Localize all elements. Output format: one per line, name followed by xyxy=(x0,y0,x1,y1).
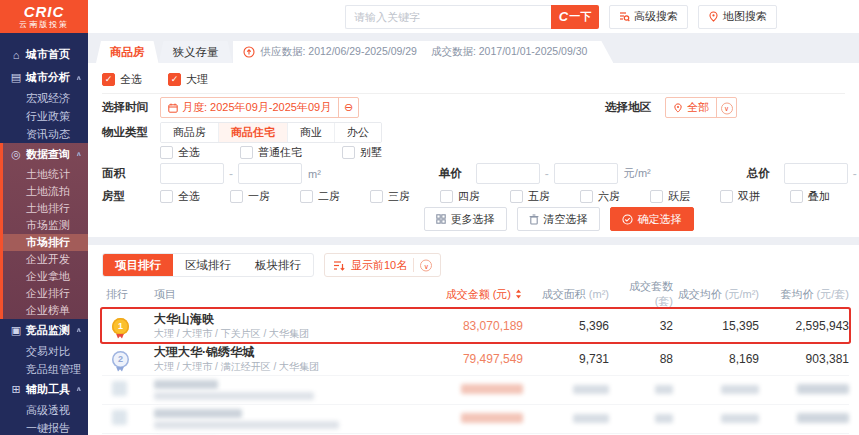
col-unit-avg-price: 套均价 (元/套) xyxy=(759,287,849,302)
sidebar-item-advanced-pivot[interactable]: 高级透视 xyxy=(0,401,88,419)
sidebar-item-enterprise-land[interactable]: 企业拿地 xyxy=(3,268,88,285)
chevron-up-icon: ∧ xyxy=(76,386,83,393)
property-option-office[interactable]: 办公 xyxy=(335,123,381,142)
area-max-input[interactable] xyxy=(238,163,302,184)
advanced-search-button[interactable]: 高级搜索 xyxy=(609,5,688,29)
tab-sector-ranking[interactable]: 板块排行 xyxy=(243,254,313,276)
property-type-label: 物业类型 xyxy=(102,125,160,140)
room-5-checkbox[interactable]: 五房 xyxy=(510,189,580,204)
sidebar-item-deal-compare[interactable]: 交易对比 xyxy=(0,342,88,360)
data-query-icon: ◎ xyxy=(10,148,22,161)
tab-commodity-housing[interactable]: 商品房 xyxy=(96,41,159,63)
room-2-checkbox[interactable]: 二房 xyxy=(300,189,370,204)
room-4-checkbox[interactable]: 四房 xyxy=(440,189,510,204)
table-row-rank1-highlighted[interactable]: 1 大华山海映 大理 / 大理市 / 下关片区 / 大华集团 83,070,18… xyxy=(102,309,849,342)
sidebar-item-city-home[interactable]: ⌂ 城市首页 xyxy=(0,43,88,66)
redacted-uavg xyxy=(797,384,849,394)
unit-price-label: 单价 xyxy=(439,166,462,181)
chevron-down-circle-icon[interactable]: ∨ xyxy=(420,260,432,272)
tab-project-ranking-active[interactable]: 项目排行 xyxy=(103,254,173,276)
table-row-redacted[interactable] xyxy=(102,404,849,433)
collapse-icon[interactable]: ⊖ xyxy=(338,98,358,117)
region-tag[interactable]: 全部 ∨ xyxy=(665,97,737,118)
room-duplex-checkbox[interactable]: 跃层 xyxy=(650,189,720,204)
sidebar-item-news[interactable]: 资讯动态 xyxy=(0,125,88,143)
tab-narrow-inventory[interactable]: 狭义存量 xyxy=(159,41,233,63)
sidebar-item-enterprise-list[interactable]: 企业榜单 xyxy=(3,302,88,319)
time-range-tag[interactable]: 月度: 2025年09月-2025年09月 ⊖ xyxy=(160,97,359,118)
confirm-select-button[interactable]: 确定选择 xyxy=(610,207,694,231)
deal-avg-price: 15,395 xyxy=(673,319,759,333)
search-input[interactable] xyxy=(345,5,551,29)
filter-panel: 全选 大理 选择时间 月度: 2025年09月-2025年09月 ⊖ xyxy=(88,63,859,237)
project-name[interactable]: 大理大华·锦绣华城 xyxy=(154,345,411,360)
deal-unit-avg-price: 2,595,943 xyxy=(759,319,849,333)
villa-checkbox[interactable]: 别墅 xyxy=(342,145,382,160)
sidebar-item-enterprise-dev[interactable]: 企业开发 xyxy=(3,251,88,268)
area-min-input[interactable] xyxy=(160,163,224,184)
tab-region-ranking[interactable]: 区域排行 xyxy=(173,254,243,276)
checkbox-icon xyxy=(240,146,253,159)
sidebar-item-one-key-report[interactable]: 一键报告 xyxy=(0,419,88,435)
room-stacked-checkbox[interactable]: 叠加 xyxy=(790,189,859,204)
sidebar-item-competitor-group[interactable]: 竞品组管理 xyxy=(0,360,88,378)
sidebar-item-macro-economy[interactable]: 宏观经济 xyxy=(0,89,88,107)
col-amount-sortable[interactable]: 成交金额 (元) xyxy=(411,287,523,302)
select-all-city-checkbox[interactable]: 全选 xyxy=(102,72,142,87)
sidebar-group-data-query[interactable]: ◎ 数据查询 ∧ xyxy=(3,143,88,166)
city-dali-checkbox[interactable]: 大理 xyxy=(168,72,208,87)
unit-price-max-input[interactable] xyxy=(554,163,618,184)
room-all-checkbox[interactable]: 全选 xyxy=(160,189,230,204)
home-icon: ⌂ xyxy=(10,49,22,61)
sidebar-item-market-ranking-active[interactable]: 市场排行 xyxy=(3,234,88,251)
sidebar-item-industry-policy[interactable]: 行业政策 xyxy=(0,107,88,125)
more-select-button[interactable]: 更多选择 xyxy=(424,207,507,231)
chevron-up-icon: ∧ xyxy=(76,74,83,81)
map-search-button[interactable]: 地图搜索 xyxy=(698,5,777,29)
sidebar-group-data-query-expanded: ◎ 数据查询 ∧ 土地统计 土地流拍 土地排行 市场监测 市场排行 企业开发 企… xyxy=(0,143,88,319)
property-option-residential-active[interactable]: 商品住宅 xyxy=(219,123,288,142)
redacted-area xyxy=(573,385,609,394)
tools-icon: ⊞ xyxy=(10,383,22,396)
checkbox-icon xyxy=(440,190,453,203)
brand-logo[interactable]: CRIC 云南版投策 xyxy=(0,0,88,33)
property-type-selector: 商品房 商品住宅 商业 办公 xyxy=(160,122,382,143)
chevron-down-circle-icon[interactable]: ∨ xyxy=(716,98,736,117)
room-6-checkbox[interactable]: 六房 xyxy=(580,189,650,204)
sidebar-item-land-auction[interactable]: 土地流拍 xyxy=(3,183,88,200)
project-name[interactable]: 大华山海映 xyxy=(154,312,411,327)
sub-select-all-checkbox[interactable]: 全选 xyxy=(160,145,200,160)
ordinary-residence-checkbox[interactable]: 普通住宅 xyxy=(240,145,302,160)
top10-filter-tag[interactable]: 显示前10名 ∨ xyxy=(324,253,441,277)
unit-price-unit: 元/m² xyxy=(624,166,651,181)
property-option-commercial[interactable]: 商业 xyxy=(288,123,335,142)
total-price-min-input[interactable] xyxy=(784,163,848,184)
unit-price-min-input[interactable] xyxy=(476,163,540,184)
search-button[interactable]: C一下 xyxy=(551,5,599,29)
sidebar-item-land-stats[interactable]: 土地统计 xyxy=(3,166,88,183)
room-type-options: 全选 一房 二房 三房 四房 五房 六房 跃层 双拼 叠加 联排 xyxy=(160,189,859,204)
room-3-checkbox[interactable]: 三房 xyxy=(370,189,440,204)
redacted-project-path xyxy=(154,392,314,400)
property-option-commodity[interactable]: 商品房 xyxy=(161,123,219,142)
redacted-avg xyxy=(721,414,759,423)
deal-area: 9,731 xyxy=(523,352,609,366)
room-1-checkbox[interactable]: 一房 xyxy=(230,189,300,204)
redacted-units xyxy=(655,414,673,423)
table-header: 排行 项目 成交金额 (元) 成交面积 (m²) 成交套数 (套) 成交均价 (… xyxy=(102,279,849,309)
sidebar-item-enterprise-ranking[interactable]: 企业排行 xyxy=(3,285,88,302)
table-row-redacted[interactable] xyxy=(102,375,849,404)
redacted-units xyxy=(655,385,673,394)
chevron-up-icon: ∧ xyxy=(76,327,83,334)
redacted-project-name xyxy=(154,380,218,389)
sidebar-item-land-ranking[interactable]: 土地排行 xyxy=(3,200,88,217)
sidebar-group-competitor-monitor[interactable]: ▣ 竞品监测 ∧ xyxy=(0,319,88,342)
table-row-rank2[interactable]: 2 大理大华·锦绣华城 大理 / 大理市 / 满江经开区 / 大华集团 79,4… xyxy=(102,342,849,375)
deal-avg-price: 8,169 xyxy=(673,352,759,366)
clear-select-button[interactable]: 清空选择 xyxy=(517,207,600,231)
checkbox-icon xyxy=(160,190,173,203)
room-semi-detached-checkbox[interactable]: 双拼 xyxy=(720,189,790,204)
sidebar-group-city-analysis[interactable]: ▤ 城市分析 ∧ xyxy=(0,66,88,89)
sidebar-item-market-monitor[interactable]: 市场监测 xyxy=(3,217,88,234)
sidebar-group-aux-tools[interactable]: ⊞ 辅助工具 ∧ xyxy=(0,378,88,401)
